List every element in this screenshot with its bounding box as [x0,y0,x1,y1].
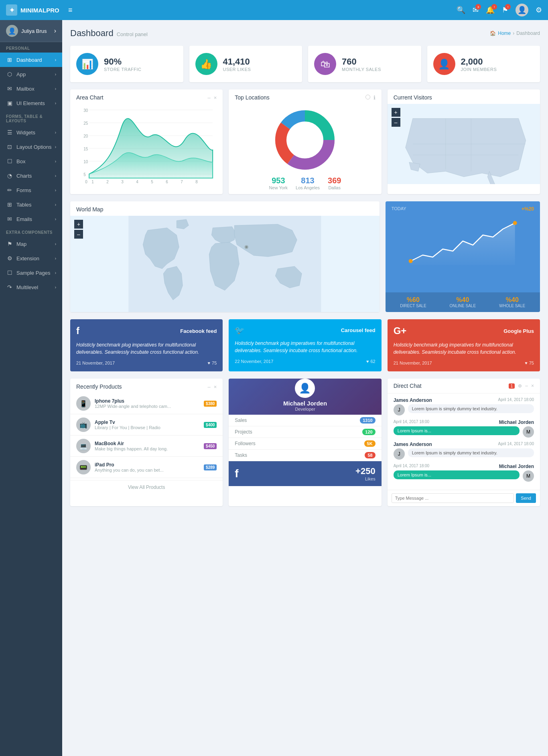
section-label-forms: FORMS, TABLE & LAYOUTS [0,110,62,125]
sidebar-item-box[interactable]: ☐ Box › [0,154,62,168]
chat-sender-1: James Anderson [394,397,432,403]
today-stat-online: %40 ONLINE SALE [439,296,486,308]
chat-body-4: M Lorem Ipsum is... [394,470,534,482]
breadcrumb-home[interactable]: Home [498,30,511,36]
sidebar-arrow: › [55,271,56,275]
sidebar-item-forms[interactable]: ✏ Forms › [0,183,62,197]
sidebar-item-layout[interactable]: ⊡ Layout Options › [0,140,62,154]
products-close[interactable]: × [214,384,217,390]
svg-text:10: 10 [83,160,88,164]
box-icon: ☐ [6,158,13,165]
product-name-appletv: Apple Tv [95,420,200,425]
twitter-label: Carousel feed [341,327,375,333]
bell-icon-btn[interactable]: 🔔! [486,6,495,14]
product-desc-macbook: Make big things happen. All day long. [95,446,200,451]
google-header: G+ Google Plus [394,325,534,336]
stat-info-sales: 760 MONTHLY SALES [342,57,381,72]
product-info-appletv: Apple Tv Library | For You | Browse | Ra… [95,420,200,430]
chat-close[interactable]: × [531,383,534,389]
top-nav: ✦ MINIMALPRO ≡ 🔍 ✉3 🔔! ⚑! 👤 ⚙ [0,0,548,20]
donut-info[interactable]: ℹ [373,95,375,101]
sidebar-item-label: Widgets [16,130,35,136]
products-minimize[interactable]: – [208,384,211,390]
user-avatar[interactable]: 👤 [516,4,528,16]
chat-send-button[interactable]: Send [516,493,536,503]
product-price-ipad: $289 [204,464,217,470]
today-chart-area [386,215,540,292]
area-chart-close[interactable]: × [214,95,217,101]
product-item-macbook: 💻 MacBook Air Make big things happen. Al… [70,436,223,457]
product-info-iphone: Iphone 7plus 12MP Wide-angle and telepho… [95,398,200,409]
today-val-whole: %40 [489,296,536,304]
psr-val-tasks: 58 [365,452,375,458]
today-footer: %60 DIRECT SALE %40 ONLINE SALE %40 WHOL… [386,292,540,312]
svg-point-33 [246,246,248,248]
sidebar-item-app[interactable]: ⬡ App › [0,67,62,81]
row5: Recently Products – × 📱 Iphone 7plus 12M… [70,379,540,506]
profile-facebook-btn[interactable]: f +250 Likes [229,461,381,486]
stat-label-likes: USER LIKES [223,67,251,72]
area-chart-minimize[interactable]: – [208,95,211,101]
sidebar-item-sample-pages[interactable]: ☐ Sample Pages › [0,266,62,280]
sidebar-item-multilevel[interactable]: ↷ Multilevel › [0,280,62,294]
chat-icon1[interactable]: ⊕ [518,383,522,389]
menu-toggle[interactable]: ≡ [68,6,73,14]
widgets-icon: ☰ [6,129,13,136]
sidebar-item-mailbox[interactable]: ✉ Mailbox › [0,81,62,96]
chat-input[interactable] [392,493,514,503]
visitors-zoom-in[interactable]: + [392,108,400,117]
psr-val-projects: 120 [362,429,375,435]
mail-icon-btn[interactable]: ✉3 [473,6,479,14]
sidebar-item-charts[interactable]: ◔ Charts › [0,168,62,183]
dashboard-icon: ⊞ [6,56,13,63]
chat-header: Direct Chat 1 ⊕ – × [388,379,540,393]
sidebar-item-label: Layout Options [16,144,51,150]
visitors-zoom-out[interactable]: – [392,118,400,127]
page-subtitle: Control panel [117,31,148,37]
mailbox-icon: ✉ [6,85,13,92]
flag-icon-btn[interactable]: ⚑! [502,6,508,14]
sidebar-arrow: › [55,72,56,77]
twitter-feed-card: 🐦 Carousel feed Holisticly benchmark plu… [229,319,381,371]
stat-val-ny: 953 [269,176,288,185]
search-icon-btn[interactable]: 🔍 [457,6,465,14]
stat-value-likes: 41,410 [223,57,251,67]
brand-name: MINIMALPRO [20,7,59,14]
sidebar-arrow: › [55,174,56,178]
today-line-svg [390,217,536,269]
sidebar-item-extension[interactable]: ⚙ Extension › [0,251,62,266]
sidebar-item-map[interactable]: ⚑ Map › [0,237,62,251]
app-icon: ⬡ [6,71,13,78]
chat-avatar-4: M [523,470,534,482]
view-all-products[interactable]: View All Products [70,480,223,494]
multilevel-icon: ↷ [6,284,13,291]
world-map-title: World Map [76,206,103,213]
sample-icon: ☐ [6,269,13,276]
sidebar-item-ui-elements[interactable]: ▣ UI Elements › [0,96,62,110]
sidebar-item-tables[interactable]: ⊞ Tables › [0,197,62,212]
page-title: Dashboard [70,28,114,39]
today-badge: +%20 [522,206,534,212]
sidebar-item-widgets[interactable]: ☰ Widgets › [0,125,62,140]
world-zoom-in[interactable]: + [74,220,83,229]
mail-badge: 3 [475,4,481,10]
sidebar-user[interactable]: 👤 Juliya Brus › [0,20,62,42]
ui-icon: ▣ [6,99,13,107]
twitter-date: 22 November, 2017 [235,359,273,364]
google-icon: G+ [394,325,407,336]
today-stat-whole: %40 WHOLE SALE [489,296,536,308]
sidebar-arrow: › [55,217,56,221]
chat-text-4: Lorem Ipsum is... [398,472,431,477]
flag-badge: ! [505,4,511,10]
google-likes: ♥ 75 [525,361,534,365]
sidebar-user-name: Juliya Brus [21,28,47,34]
today-val-online: %40 [439,296,486,304]
chat-minimize[interactable]: – [525,383,528,389]
gear-icon-btn[interactable]: ⚙ [536,6,542,14]
stat-label-dallas: Dallas [328,185,341,190]
world-zoom-out[interactable]: – [74,230,83,239]
sidebar-item-emails[interactable]: ✉ Emails › [0,212,62,226]
brand: ✦ MINIMALPRO [6,4,68,16]
donut-stat-ny: 953 New York [269,176,288,190]
sidebar-item-dashboard[interactable]: ⊞ Dashboard › [0,53,62,67]
